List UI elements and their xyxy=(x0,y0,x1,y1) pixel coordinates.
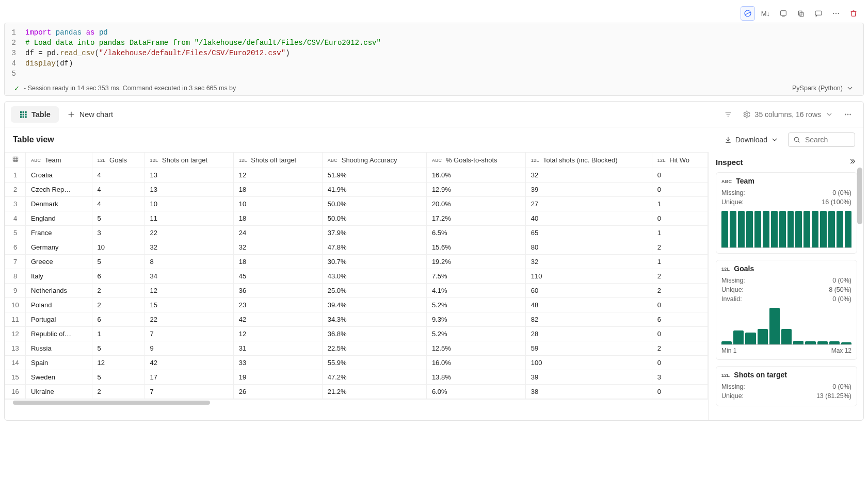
column-header[interactable]: Total shots (inc. Blocked) xyxy=(525,153,652,168)
cell[interactable]: 12 xyxy=(92,356,144,370)
cell[interactable]: 48 xyxy=(525,298,652,312)
cell[interactable]: 80 xyxy=(525,240,652,255)
cell[interactable]: Netherlands xyxy=(26,284,92,298)
cell[interactable]: 1 xyxy=(652,197,708,211)
cell[interactable]: 12 xyxy=(144,284,233,298)
cell[interactable]: 41.9% xyxy=(322,183,426,197)
column-header[interactable]: Team xyxy=(26,153,92,168)
more-results-actions-button[interactable] xyxy=(839,107,857,122)
cell[interactable]: 36.8% xyxy=(322,327,426,341)
cell[interactable]: Sweden xyxy=(26,370,92,385)
table-row[interactable]: 11Portugal6224234.3%9.3%826 xyxy=(5,312,708,327)
cell[interactable]: 2 xyxy=(652,269,708,284)
cell[interactable]: 15 xyxy=(144,298,233,312)
code-content[interactable]: display(df) xyxy=(25,58,73,69)
cell[interactable]: 47.8% xyxy=(322,240,426,255)
cell[interactable]: 31 xyxy=(233,341,322,356)
inspect-card[interactable]: Shots on targetMissing:0 (0%)Unique:13 (… xyxy=(716,366,857,406)
cell[interactable]: 43.0% xyxy=(322,269,426,284)
search-input-wrapper[interactable] xyxy=(788,133,855,147)
cell[interactable]: 38 xyxy=(525,385,652,399)
cell[interactable]: 2 xyxy=(652,240,708,255)
cell[interactable]: 36 xyxy=(233,284,322,298)
cell[interactable]: 17.2% xyxy=(426,211,525,226)
cell[interactable]: 0 xyxy=(652,298,708,312)
cell[interactable]: 17 xyxy=(144,370,233,385)
inspect-card[interactable]: TeamMissing:0 (0%)Unique:16 (100%) xyxy=(716,172,857,254)
column-header[interactable]: Shots off target xyxy=(233,153,322,168)
cell[interactable]: 50.0% xyxy=(322,197,426,211)
cell[interactable]: 7.5% xyxy=(426,269,525,284)
table-row[interactable]: 1Croatia4131251.9%16.0%320 xyxy=(5,168,708,183)
cell[interactable]: 32 xyxy=(233,240,322,255)
cell[interactable]: 18 xyxy=(233,183,322,197)
cell[interactable]: 32 xyxy=(525,255,652,269)
table-row[interactable]: 8Italy6344543.0%7.5%1102 xyxy=(5,269,708,284)
cell[interactable]: Croatia xyxy=(26,168,92,183)
cell[interactable]: 33 xyxy=(233,356,322,370)
cell[interactable]: 0 xyxy=(652,327,708,341)
horizontal-scrollbar[interactable] xyxy=(5,399,708,405)
cell[interactable]: 45 xyxy=(233,269,322,284)
table-row[interactable]: 3Denmark4101050.0%20.0%271 xyxy=(5,197,708,211)
cell[interactable]: 7 xyxy=(144,385,233,399)
cell[interactable]: 2 xyxy=(92,298,144,312)
table-row[interactable]: 9Netherlands2123625.0%4.1%602 xyxy=(5,284,708,298)
cell[interactable]: Spain xyxy=(26,356,92,370)
cell[interactable]: 50.0% xyxy=(322,211,426,226)
cell[interactable]: Portugal xyxy=(26,312,92,327)
cell[interactable]: 19 xyxy=(233,370,322,385)
cell[interactable]: 4 xyxy=(92,197,144,211)
comments-button[interactable] xyxy=(811,6,826,21)
cell[interactable]: 110 xyxy=(525,269,652,284)
cell[interactable]: 5.2% xyxy=(426,298,525,312)
cell[interactable]: 0 xyxy=(652,356,708,370)
inspect-card[interactable]: GoalsMissing:0 (0%)Unique:8 (50%)Invalid… xyxy=(716,260,857,360)
column-header[interactable]: Hit Wo xyxy=(652,153,708,168)
cell[interactable]: Russia xyxy=(26,341,92,356)
table-row[interactable]: 16Ukraine272621.2%6.0%380 xyxy=(5,385,708,399)
cell[interactable]: 5 xyxy=(92,370,144,385)
delete-cell-button[interactable] xyxy=(846,6,861,21)
cell[interactable]: 3 xyxy=(92,226,144,240)
cell[interactable]: 25.0% xyxy=(322,284,426,298)
cell[interactable]: 0 xyxy=(652,183,708,197)
cell[interactable]: 6.0% xyxy=(426,385,525,399)
cell[interactable]: 13.8% xyxy=(426,370,525,385)
cell[interactable]: 21.2% xyxy=(322,385,426,399)
more-cell-actions-button[interactable] xyxy=(829,6,843,21)
cell[interactable]: 10 xyxy=(92,240,144,255)
column-header[interactable]: % Goals-to-shots xyxy=(426,153,525,168)
cell[interactable]: 82 xyxy=(525,312,652,327)
cell[interactable]: 55.9% xyxy=(322,356,426,370)
cell[interactable]: 15.6% xyxy=(426,240,525,255)
cell[interactable]: 34.3% xyxy=(322,312,426,327)
cell[interactable]: 6 xyxy=(92,312,144,327)
cell[interactable]: 10 xyxy=(144,197,233,211)
cell[interactable]: 12.5% xyxy=(426,341,525,356)
cell[interactable]: 8 xyxy=(144,255,233,269)
cell[interactable]: 39 xyxy=(525,183,652,197)
cell[interactable]: 42 xyxy=(144,356,233,370)
cell[interactable]: 2 xyxy=(652,284,708,298)
cell[interactable]: 5 xyxy=(92,211,144,226)
table-row[interactable]: 6Germany10323247.8%15.6%802 xyxy=(5,240,708,255)
cell[interactable]: 12 xyxy=(233,168,322,183)
cell[interactable]: 22.5% xyxy=(322,341,426,356)
cell[interactable]: 22 xyxy=(144,226,233,240)
cell[interactable]: 2 xyxy=(92,284,144,298)
code-editor[interactable]: 1import pandas as pd2# Load data into pa… xyxy=(4,23,864,96)
tab-table[interactable]: Table xyxy=(11,106,59,123)
cell[interactable]: 59 xyxy=(525,341,652,356)
cell[interactable]: Poland xyxy=(26,298,92,312)
cell[interactable]: 5 xyxy=(92,341,144,356)
cell[interactable]: 5.2% xyxy=(426,327,525,341)
cell[interactable]: 6.5% xyxy=(426,226,525,240)
cell[interactable]: 4.1% xyxy=(426,284,525,298)
cell[interactable]: 9 xyxy=(144,341,233,356)
cell[interactable]: 1 xyxy=(92,327,144,341)
cell[interactable]: Greece xyxy=(26,255,92,269)
cell[interactable]: 100 xyxy=(525,356,652,370)
columns-rows-button[interactable]: 35 columns, 16 rows xyxy=(737,107,839,122)
cell[interactable]: France xyxy=(26,226,92,240)
